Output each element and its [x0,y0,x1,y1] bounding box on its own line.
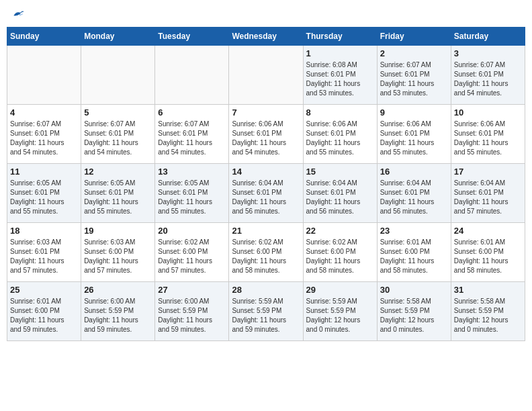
day-number: 25 [10,285,78,295]
day-number: 20 [158,226,226,236]
calendar-cell: 10Sunrise: 6:06 AM Sunset: 6:01 PM Dayli… [451,105,525,164]
day-number: 29 [306,285,374,295]
day-number: 31 [454,285,522,295]
day-info: Sunrise: 6:07 AM Sunset: 6:01 PM Dayligh… [84,120,152,157]
day-number: 6 [158,107,226,118]
day-info: Sunrise: 6:04 AM Sunset: 6:01 PM Dayligh… [454,179,522,216]
calendar-cell: 14Sunrise: 6:04 AM Sunset: 6:01 PM Dayli… [229,164,303,223]
day-info: Sunrise: 6:00 AM Sunset: 5:59 PM Dayligh… [158,297,226,334]
day-number: 15 [306,167,374,177]
calendar-week-2: 4Sunrise: 6:07 AM Sunset: 6:01 PM Daylig… [7,105,525,164]
calendar-header: SundayMondayTuesdayWednesdayThursdayFrid… [7,28,525,46]
calendar-week-1: 1Sunrise: 6:08 AM Sunset: 6:01 PM Daylig… [7,46,525,105]
day-info: Sunrise: 5:59 AM Sunset: 5:59 PM Dayligh… [232,297,300,334]
header-cell-tuesday: Tuesday [155,28,229,46]
day-info: Sunrise: 6:06 AM Sunset: 6:01 PM Dayligh… [306,120,374,157]
day-number: 17 [454,167,522,177]
day-number: 28 [232,285,300,295]
day-number: 22 [306,226,374,236]
day-info: Sunrise: 6:01 AM Sunset: 6:00 PM Dayligh… [10,297,78,334]
calendar-cell: 2Sunrise: 6:07 AM Sunset: 6:01 PM Daylig… [377,46,451,105]
day-info: Sunrise: 6:06 AM Sunset: 6:01 PM Dayligh… [454,120,522,157]
calendar-cell: 19Sunrise: 6:03 AM Sunset: 6:00 PM Dayli… [81,223,155,282]
calendar-cell: 15Sunrise: 6:04 AM Sunset: 6:01 PM Dayli… [303,164,377,223]
day-info: Sunrise: 6:01 AM Sunset: 6:00 PM Dayligh… [454,238,522,275]
calendar-cell: 7Sunrise: 6:06 AM Sunset: 6:01 PM Daylig… [229,105,303,164]
calendar-cell: 3Sunrise: 6:07 AM Sunset: 6:01 PM Daylig… [451,46,525,105]
logo [10,7,25,20]
day-number: 24 [454,226,522,236]
calendar-cell: 13Sunrise: 6:05 AM Sunset: 6:01 PM Dayli… [155,164,229,223]
calendar-table: SundayMondayTuesdayWednesdayThursdayFrid… [7,27,525,341]
calendar-cell [155,46,229,105]
day-number: 23 [380,226,448,236]
day-number: 10 [454,107,522,118]
header-cell-sunday: Sunday [7,28,81,46]
day-info: Sunrise: 6:04 AM Sunset: 6:01 PM Dayligh… [232,179,300,216]
calendar-cell: 9Sunrise: 6:06 AM Sunset: 6:01 PM Daylig… [377,105,451,164]
calendar-cell: 12Sunrise: 6:05 AM Sunset: 6:01 PM Dayli… [81,164,155,223]
day-number: 3 [454,48,522,58]
day-number: 1 [306,48,374,58]
calendar-cell: 16Sunrise: 6:04 AM Sunset: 6:01 PM Dayli… [377,164,451,223]
day-info: Sunrise: 6:05 AM Sunset: 6:01 PM Dayligh… [158,179,226,216]
day-info: Sunrise: 6:05 AM Sunset: 6:01 PM Dayligh… [10,179,78,216]
calendar-cell: 24Sunrise: 6:01 AM Sunset: 6:00 PM Dayli… [451,223,525,282]
day-info: Sunrise: 6:03 AM Sunset: 6:01 PM Dayligh… [10,238,78,275]
page-header [7,7,525,20]
logo-bird-icon [11,7,25,20]
day-info: Sunrise: 6:05 AM Sunset: 6:01 PM Dayligh… [84,179,152,216]
calendar-cell: 11Sunrise: 6:05 AM Sunset: 6:01 PM Dayli… [7,164,81,223]
calendar-cell: 5Sunrise: 6:07 AM Sunset: 6:01 PM Daylig… [81,105,155,164]
calendar-week-5: 25Sunrise: 6:01 AM Sunset: 6:00 PM Dayli… [7,282,525,341]
day-number: 14 [232,167,300,177]
day-number: 19 [84,226,152,236]
calendar-cell: 18Sunrise: 6:03 AM Sunset: 6:01 PM Dayli… [7,223,81,282]
day-number: 7 [232,107,300,118]
day-info: Sunrise: 6:06 AM Sunset: 6:01 PM Dayligh… [380,120,448,157]
day-number: 8 [306,107,374,118]
day-info: Sunrise: 6:08 AM Sunset: 6:01 PM Dayligh… [306,60,374,98]
calendar-cell: 27Sunrise: 6:00 AM Sunset: 5:59 PM Dayli… [155,282,229,341]
calendar-week-3: 11Sunrise: 6:05 AM Sunset: 6:01 PM Dayli… [7,164,525,223]
day-number: 26 [84,285,152,295]
day-number: 18 [10,226,78,236]
calendar-cell: 25Sunrise: 6:01 AM Sunset: 6:00 PM Dayli… [7,282,81,341]
day-number: 4 [10,107,78,118]
header-cell-thursday: Thursday [303,28,377,46]
day-info: Sunrise: 6:04 AM Sunset: 6:01 PM Dayligh… [380,179,448,216]
calendar-cell: 8Sunrise: 6:06 AM Sunset: 6:01 PM Daylig… [303,105,377,164]
day-info: Sunrise: 5:58 AM Sunset: 5:59 PM Dayligh… [380,297,448,334]
calendar-cell: 4Sunrise: 6:07 AM Sunset: 6:01 PM Daylig… [7,105,81,164]
calendar-cell: 22Sunrise: 6:02 AM Sunset: 6:00 PM Dayli… [303,223,377,282]
day-info: Sunrise: 6:07 AM Sunset: 6:01 PM Dayligh… [10,120,78,157]
day-number: 2 [380,48,448,58]
calendar-cell: 28Sunrise: 5:59 AM Sunset: 5:59 PM Dayli… [229,282,303,341]
calendar-cell: 6Sunrise: 6:07 AM Sunset: 6:01 PM Daylig… [155,105,229,164]
day-info: Sunrise: 6:07 AM Sunset: 6:01 PM Dayligh… [380,60,448,98]
calendar-cell: 30Sunrise: 5:58 AM Sunset: 5:59 PM Dayli… [377,282,451,341]
day-info: Sunrise: 5:59 AM Sunset: 5:59 PM Dayligh… [306,297,374,334]
calendar-cell: 1Sunrise: 6:08 AM Sunset: 6:01 PM Daylig… [303,46,377,105]
day-info: Sunrise: 6:03 AM Sunset: 6:00 PM Dayligh… [84,238,152,275]
day-info: Sunrise: 6:04 AM Sunset: 6:01 PM Dayligh… [306,179,374,216]
day-number: 11 [10,167,78,177]
header-cell-wednesday: Wednesday [229,28,303,46]
header-cell-friday: Friday [377,28,451,46]
calendar-cell: 21Sunrise: 6:02 AM Sunset: 6:00 PM Dayli… [229,223,303,282]
calendar-week-4: 18Sunrise: 6:03 AM Sunset: 6:01 PM Dayli… [7,223,525,282]
day-number: 5 [84,107,152,118]
header-cell-saturday: Saturday [451,28,525,46]
calendar-cell: 26Sunrise: 6:00 AM Sunset: 5:59 PM Dayli… [81,282,155,341]
day-number: 13 [158,167,226,177]
calendar-cell: 29Sunrise: 5:59 AM Sunset: 5:59 PM Dayli… [303,282,377,341]
header-row: SundayMondayTuesdayWednesdayThursdayFrid… [7,28,525,46]
day-info: Sunrise: 6:01 AM Sunset: 6:00 PM Dayligh… [380,238,448,275]
day-info: Sunrise: 6:02 AM Sunset: 6:00 PM Dayligh… [232,238,300,275]
day-info: Sunrise: 6:07 AM Sunset: 6:01 PM Dayligh… [158,120,226,157]
calendar-cell [81,46,155,105]
day-number: 12 [84,167,152,177]
calendar-cell [229,46,303,105]
calendar-cell: 31Sunrise: 5:58 AM Sunset: 5:59 PM Dayli… [451,282,525,341]
day-info: Sunrise: 6:02 AM Sunset: 6:00 PM Dayligh… [306,238,374,275]
